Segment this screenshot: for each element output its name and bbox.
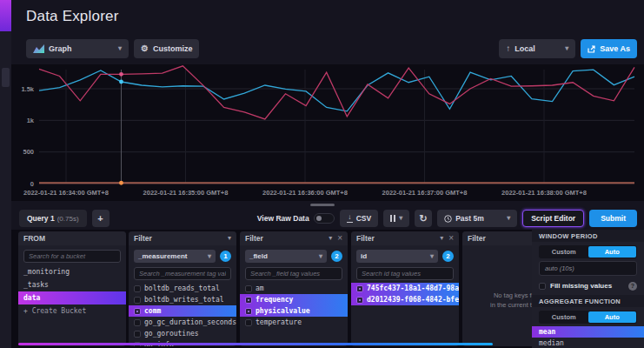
pause-dropdown-button[interactable]: ▾ <box>383 210 409 227</box>
add-query-button[interactable]: + <box>92 210 110 227</box>
window-period-mode-toggle: Custom Auto <box>539 245 637 258</box>
checkbox-icon[interactable] <box>134 308 141 315</box>
tag-value-item[interactable]: temperature <box>240 317 348 328</box>
close-icon[interactable]: × <box>337 234 342 243</box>
window-auto-option[interactable]: Auto <box>588 246 637 258</box>
checkbox-icon[interactable] <box>134 297 141 304</box>
checkbox-icon[interactable] <box>134 285 141 292</box>
script-editor-button[interactable]: Script Editor <box>522 210 584 227</box>
query-duration: (0.75s) <box>57 215 79 223</box>
tag-key-dropdown[interactable]: _field▾ <box>245 250 327 263</box>
tag-value-item[interactable]: am <box>240 283 348 294</box>
filter-card-title: Filter <box>356 234 375 243</box>
filter-card-title: Filter <box>468 234 486 243</box>
query-toolbar: Query 1 (0.75s) + View Raw Data ↓ CSV ▾ … <box>19 208 637 229</box>
aggregate-auto-option[interactable]: Auto <box>588 311 637 323</box>
save-as-button[interactable]: Save As <box>581 39 637 58</box>
window-period-value[interactable]: auto (10s) <box>539 261 637 276</box>
svg-text:1k: 1k <box>27 117 35 124</box>
panel-resize-handle[interactable] <box>310 204 335 206</box>
tag-value-item[interactable]: boltdb_writes_total <box>129 294 236 305</box>
chevron-down-icon: ▾ <box>430 253 434 260</box>
tag-value-item[interactable]: frequency <box>240 294 348 305</box>
refresh-button[interactable]: ↻ <box>415 210 432 227</box>
checkbox-icon[interactable] <box>134 319 141 326</box>
close-icon[interactable]: × <box>448 234 454 243</box>
aggregate-mode-toggle: Custom Auto <box>539 311 637 324</box>
csv-download-button[interactable]: ↓ CSV <box>340 210 378 227</box>
checkbox-icon[interactable] <box>245 319 252 326</box>
tag-value-item[interactable]: physicalvalue <box>240 305 348 317</box>
chevron-down-icon[interactable]: ▾ <box>440 235 443 242</box>
filter-card-header: Filter▾× <box>240 231 348 245</box>
tag-value-search-input[interactable] <box>134 267 231 280</box>
window-aggregate-panel: WINDOW PERIOD Custom Auto auto (10s) Fil… <box>532 230 644 348</box>
aggregate-function-header: AGGREGATE FUNCTION <box>532 295 644 307</box>
aggregate-function-list: meanmedianlast <box>532 326 644 348</box>
gear-icon: ⚙ <box>141 44 149 53</box>
tag-value-search-input[interactable] <box>245 267 342 280</box>
tag-value-label: go_gc_duration_seconds <box>144 318 236 326</box>
filter-card-header: Filter▾ <box>129 231 236 245</box>
bucket-item[interactable]: _tasks <box>18 278 126 291</box>
time-series-chart[interactable]: 05001k1.5k2022-01-21 16:34:00 GMT+82022-… <box>11 64 644 201</box>
bucket-item[interactable]: _monitoring <box>18 265 126 278</box>
checkbox-icon[interactable] <box>539 283 546 290</box>
svg-text:0: 0 <box>30 180 34 188</box>
view-raw-data-label: View Raw Data <box>257 214 309 223</box>
window-custom-option[interactable]: Custom <box>540 246 588 258</box>
horizontal-scrollbar[interactable] <box>18 343 493 346</box>
filter-card-title: Filter <box>134 234 152 243</box>
submit-button[interactable]: Submit <box>589 210 637 227</box>
chevron-down-icon[interactable]: ▾ <box>329 235 332 242</box>
bucket-list: _monitoring_tasksdata+ Create Bucket <box>18 265 126 318</box>
checkbox-icon[interactable] <box>356 285 363 292</box>
tag-value-item[interactable]: go_goroutines <box>129 328 236 339</box>
customize-button[interactable]: ⚙ Customize <box>134 39 199 58</box>
tag-key-dropdown[interactable]: _measurement▾ <box>134 250 216 263</box>
create-bucket-button[interactable]: + Create Bucket <box>18 304 126 318</box>
tag-value-item[interactable]: 745fc437-18a1-48d7-98a6-7… <box>351 283 459 294</box>
svg-text:2022-01-21 16:35:00 GMT+8: 2022-01-21 16:35:00 GMT+8 <box>143 189 229 197</box>
tag-value-label: frequency <box>256 296 293 304</box>
checkbox-icon[interactable] <box>134 331 141 338</box>
tag-value-search-input[interactable] <box>356 267 454 280</box>
tag-value-item[interactable]: comm <box>129 305 236 317</box>
nav-scroll-thumb[interactable] <box>2 68 10 87</box>
bucket-item[interactable]: data <box>18 291 126 304</box>
tag-key-dropdown[interactable]: id▾ <box>356 250 438 263</box>
function-item[interactable]: median <box>532 338 644 348</box>
view-raw-data-toggle[interactable] <box>314 213 335 224</box>
aggregate-custom-option[interactable]: Custom <box>540 311 588 323</box>
query-tab[interactable]: Query 1 (0.75s) <box>19 210 87 227</box>
chevron-down-icon[interactable]: ▾ <box>228 235 231 242</box>
chevron-down-icon: ▾ <box>208 253 211 260</box>
nav-accent-logo[interactable] <box>0 0 11 31</box>
time-range-label: Past 5m <box>455 214 484 223</box>
tag-value-item[interactable]: boltdb_reads_total <box>129 283 236 294</box>
checkbox-icon[interactable] <box>245 285 252 292</box>
tag-value-label: boltdb_writes_total <box>144 296 224 304</box>
timezone-label: Local <box>515 44 535 53</box>
filter-card: Filter▾×_field▾2amfrequencyphysicalvalue… <box>240 231 348 346</box>
checkbox-icon[interactable] <box>245 297 252 304</box>
tag-key-label: _measurement <box>138 252 187 260</box>
area-chart-icon <box>33 44 44 53</box>
visualization-type-dropdown[interactable]: Graph ▾ <box>26 39 129 58</box>
tag-value-item[interactable]: go_gc_duration_seconds <box>129 317 236 328</box>
checkbox-icon[interactable] <box>245 308 252 315</box>
timezone-dropdown[interactable]: ↑ Local ▾ <box>499 39 575 58</box>
visualization-type-label: Graph <box>49 44 72 53</box>
checkbox-icon[interactable] <box>356 297 363 304</box>
function-item[interactable]: mean <box>532 326 644 338</box>
time-range-dropdown[interactable]: Past 5m ▾ <box>437 210 517 227</box>
help-icon[interactable]: ? <box>628 282 637 291</box>
tag-value-list: 745fc437-18a1-48d7-98a6-7…d2012439-f068-… <box>351 283 459 305</box>
data-explorer-page: { "page": { "title": "Data Explorer" }, … <box>0 0 644 348</box>
chevron-down-icon: ▾ <box>319 253 322 260</box>
svg-text:1.5k: 1.5k <box>21 85 34 93</box>
filter-card: Filter▾_measurement▾1boltdb_reads_totalb… <box>129 231 236 346</box>
bucket-search-input[interactable] <box>23 250 121 263</box>
filter-card-title: Filter <box>245 234 263 243</box>
tag-value-item[interactable]: d2012439-f068-4842-bfef-8… <box>351 294 459 305</box>
